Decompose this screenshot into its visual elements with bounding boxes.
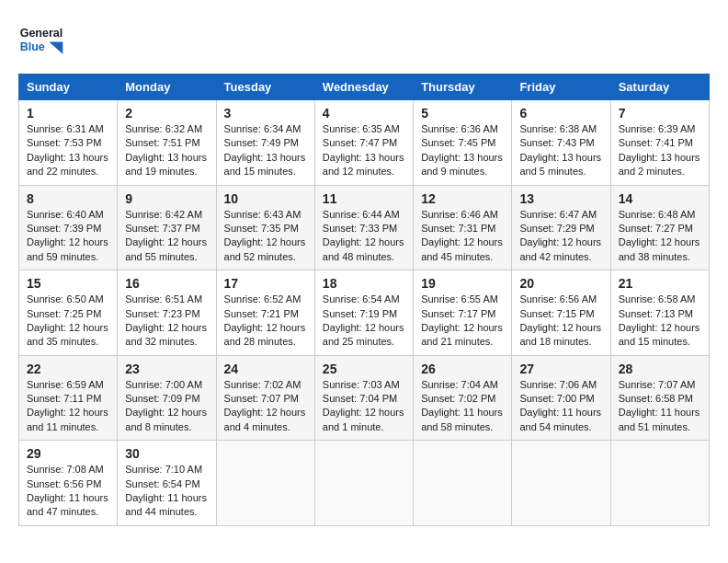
- day-info: Sunrise: 7:06 AM Sunset: 7:00 PM Dayligh…: [519, 378, 602, 435]
- day-info: Sunrise: 6:42 AM Sunset: 7:37 PM Dayligh…: [125, 208, 208, 265]
- calendar-cell: 3Sunrise: 6:34 AM Sunset: 7:49 PM Daylig…: [216, 100, 314, 186]
- day-info: Sunrise: 7:02 AM Sunset: 7:07 PM Dayligh…: [224, 378, 307, 435]
- day-info: Sunrise: 6:46 AM Sunset: 7:31 PM Dayligh…: [421, 208, 504, 265]
- calendar-cell: 15Sunrise: 6:50 AM Sunset: 7:25 PM Dayli…: [19, 270, 118, 356]
- calendar-cell: [512, 441, 610, 526]
- day-number: 14: [619, 191, 701, 206]
- calendar-cell: 21Sunrise: 6:58 AM Sunset: 7:13 PM Dayli…: [610, 270, 709, 356]
- day-number: 20: [519, 276, 602, 291]
- calendar-cell: 4Sunrise: 6:35 AM Sunset: 7:47 PM Daylig…: [314, 100, 413, 186]
- calendar-cell: 8Sunrise: 6:40 AM Sunset: 7:39 PM Daylig…: [19, 185, 118, 270]
- calendar-cell: 6Sunrise: 6:38 AM Sunset: 7:43 PM Daylig…: [512, 100, 610, 186]
- day-info: Sunrise: 6:56 AM Sunset: 7:15 PM Dayligh…: [519, 293, 602, 350]
- day-number: 5: [421, 106, 504, 121]
- day-number: 11: [323, 191, 405, 206]
- calendar-cell: 19Sunrise: 6:55 AM Sunset: 7:17 PM Dayli…: [414, 270, 512, 356]
- day-number: 24: [224, 362, 307, 376]
- day-number: 27: [519, 362, 602, 376]
- day-number: 30: [125, 446, 208, 461]
- calendar-table: SundayMondayTuesdayWednesdayThursdayFrid…: [18, 74, 710, 526]
- day-info: Sunrise: 6:50 AM Sunset: 7:25 PM Dayligh…: [27, 293, 109, 350]
- header-sunday: Sunday: [19, 75, 118, 100]
- day-info: Sunrise: 6:31 AM Sunset: 7:53 PM Dayligh…: [27, 122, 109, 179]
- day-info: Sunrise: 6:35 AM Sunset: 7:47 PM Dayligh…: [323, 122, 405, 179]
- day-number: 25: [323, 362, 405, 376]
- header-monday: Monday: [118, 75, 216, 100]
- day-number: 10: [224, 191, 307, 206]
- day-number: 6: [519, 106, 602, 121]
- calendar-cell: 10Sunrise: 6:43 AM Sunset: 7:35 PM Dayli…: [216, 185, 314, 270]
- day-number: 1: [27, 106, 109, 121]
- calendar-cell: 9Sunrise: 6:42 AM Sunset: 7:37 PM Daylig…: [118, 185, 216, 270]
- day-info: Sunrise: 6:55 AM Sunset: 7:17 PM Dayligh…: [421, 293, 504, 350]
- calendar-cell: 17Sunrise: 6:52 AM Sunset: 7:21 PM Dayli…: [216, 270, 314, 356]
- calendar-cell: 24Sunrise: 7:02 AM Sunset: 7:07 PM Dayli…: [216, 355, 314, 441]
- svg-marker-2: [49, 41, 63, 53]
- day-number: 2: [125, 106, 208, 121]
- calendar-cell: 28Sunrise: 7:07 AM Sunset: 6:58 PM Dayli…: [610, 355, 709, 441]
- day-number: 8: [27, 191, 109, 206]
- calendar-cell: 30Sunrise: 7:10 AM Sunset: 6:54 PM Dayli…: [118, 441, 216, 526]
- calendar-cell: [216, 441, 314, 526]
- day-number: 29: [27, 446, 109, 461]
- header-wednesday: Wednesday: [314, 75, 413, 100]
- day-number: 9: [125, 191, 208, 206]
- day-info: Sunrise: 6:44 AM Sunset: 7:33 PM Dayligh…: [323, 208, 405, 265]
- page-header: General Blue: [18, 18, 710, 64]
- logo: General Blue: [18, 18, 64, 64]
- day-info: Sunrise: 7:08 AM Sunset: 6:56 PM Dayligh…: [27, 463, 109, 520]
- day-info: Sunrise: 7:03 AM Sunset: 7:04 PM Dayligh…: [323, 378, 405, 435]
- day-info: Sunrise: 6:40 AM Sunset: 7:39 PM Dayligh…: [27, 208, 109, 265]
- calendar-cell: 26Sunrise: 7:04 AM Sunset: 7:02 PM Dayli…: [414, 355, 512, 441]
- day-number: 16: [125, 276, 208, 291]
- svg-text:Blue: Blue: [20, 40, 45, 53]
- calendar-cell: 20Sunrise: 6:56 AM Sunset: 7:15 PM Dayli…: [512, 270, 610, 356]
- calendar-cell: 7Sunrise: 6:39 AM Sunset: 7:41 PM Daylig…: [610, 100, 709, 186]
- svg-text:General: General: [20, 27, 63, 40]
- day-info: Sunrise: 6:36 AM Sunset: 7:45 PM Dayligh…: [421, 122, 504, 179]
- calendar-cell: 23Sunrise: 7:00 AM Sunset: 7:09 PM Dayli…: [118, 355, 216, 441]
- calendar-cell: [414, 441, 512, 526]
- calendar-cell: 14Sunrise: 6:48 AM Sunset: 7:27 PM Dayli…: [610, 185, 709, 270]
- day-info: Sunrise: 7:04 AM Sunset: 7:02 PM Dayligh…: [421, 378, 504, 435]
- day-number: 17: [224, 276, 307, 291]
- day-number: 3: [224, 106, 307, 121]
- calendar-cell: 2Sunrise: 6:32 AM Sunset: 7:51 PM Daylig…: [118, 100, 216, 186]
- day-info: Sunrise: 7:07 AM Sunset: 6:58 PM Dayligh…: [619, 378, 701, 435]
- calendar-cell: 5Sunrise: 6:36 AM Sunset: 7:45 PM Daylig…: [414, 100, 512, 186]
- day-number: 19: [421, 276, 504, 291]
- calendar-cell: 27Sunrise: 7:06 AM Sunset: 7:00 PM Dayli…: [512, 355, 610, 441]
- day-number: 13: [519, 191, 602, 206]
- day-info: Sunrise: 6:34 AM Sunset: 7:49 PM Dayligh…: [224, 122, 307, 179]
- calendar-cell: 11Sunrise: 6:44 AM Sunset: 7:33 PM Dayli…: [314, 185, 413, 270]
- header-friday: Friday: [512, 75, 610, 100]
- day-number: 15: [27, 276, 109, 291]
- calendar-cell: [610, 441, 709, 526]
- calendar-cell: 13Sunrise: 6:47 AM Sunset: 7:29 PM Dayli…: [512, 185, 610, 270]
- calendar-cell: 29Sunrise: 7:08 AM Sunset: 6:56 PM Dayli…: [19, 441, 118, 526]
- header-saturday: Saturday: [610, 75, 709, 100]
- day-info: Sunrise: 7:00 AM Sunset: 7:09 PM Dayligh…: [125, 378, 208, 435]
- header-tuesday: Tuesday: [216, 75, 314, 100]
- day-number: 23: [125, 362, 208, 376]
- calendar-cell: 12Sunrise: 6:46 AM Sunset: 7:31 PM Dayli…: [414, 185, 512, 270]
- calendar-cell: 18Sunrise: 6:54 AM Sunset: 7:19 PM Dayli…: [314, 270, 413, 356]
- calendar-cell: 25Sunrise: 7:03 AM Sunset: 7:04 PM Dayli…: [314, 355, 413, 441]
- day-info: Sunrise: 6:59 AM Sunset: 7:11 PM Dayligh…: [27, 378, 109, 435]
- header-thursday: Thursday: [414, 75, 512, 100]
- day-number: 12: [421, 191, 504, 206]
- day-number: 21: [619, 276, 701, 291]
- day-info: Sunrise: 6:52 AM Sunset: 7:21 PM Dayligh…: [224, 293, 307, 350]
- day-number: 4: [323, 106, 405, 121]
- calendar-cell: [314, 441, 413, 526]
- day-number: 26: [421, 362, 504, 376]
- day-info: Sunrise: 6:54 AM Sunset: 7:19 PM Dayligh…: [323, 293, 405, 350]
- day-info: Sunrise: 6:32 AM Sunset: 7:51 PM Dayligh…: [125, 122, 208, 179]
- day-info: Sunrise: 6:47 AM Sunset: 7:29 PM Dayligh…: [519, 208, 602, 265]
- day-number: 28: [619, 362, 701, 376]
- day-info: Sunrise: 7:10 AM Sunset: 6:54 PM Dayligh…: [125, 463, 208, 520]
- day-info: Sunrise: 6:43 AM Sunset: 7:35 PM Dayligh…: [224, 208, 307, 265]
- day-number: 7: [619, 106, 701, 121]
- logo-icon: General Blue: [18, 18, 64, 64]
- day-info: Sunrise: 6:38 AM Sunset: 7:43 PM Dayligh…: [519, 122, 602, 179]
